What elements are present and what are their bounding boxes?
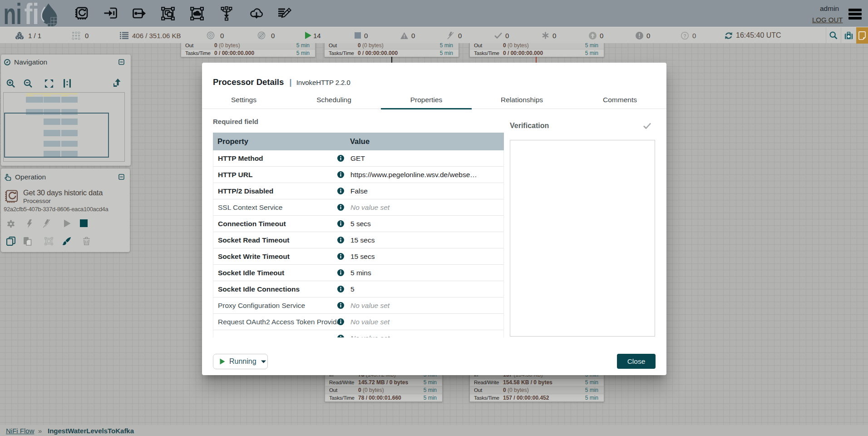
svg-text:?: ? bbox=[683, 33, 686, 38]
svg-text:ni: ni bbox=[4, 0, 22, 27]
svg-text:fi: fi bbox=[25, 0, 39, 27]
